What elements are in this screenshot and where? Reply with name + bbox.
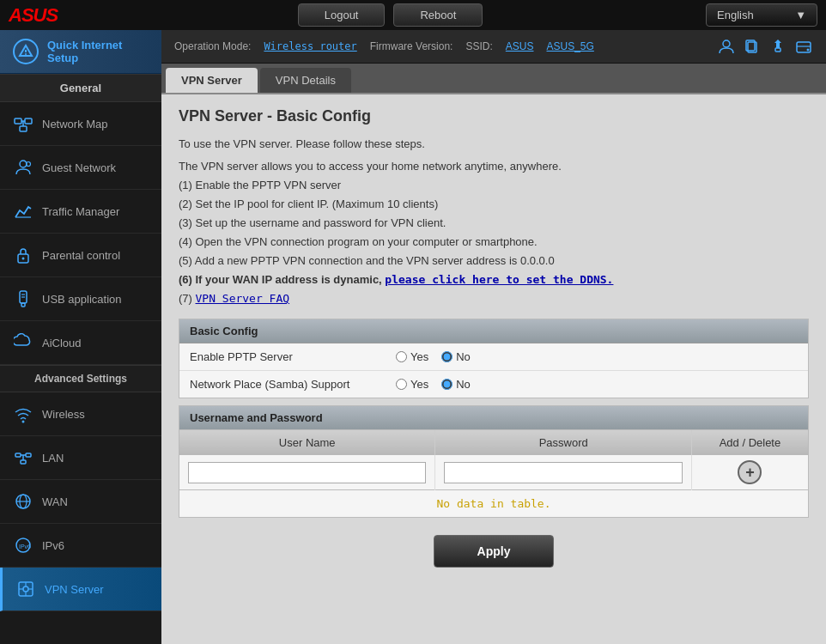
apply-section: Apply — [179, 535, 809, 580]
sidebar-item-label: Wireless — [42, 408, 85, 421]
sidebar-item-aicloud[interactable]: AiCloud — [0, 321, 161, 365]
copy-status-icon[interactable] — [743, 37, 762, 56]
chevron-down-icon: ▼ — [795, 9, 806, 21]
network-place-no-radio[interactable] — [441, 379, 452, 390]
ssid2-link[interactable]: ASUS_5G — [547, 40, 594, 52]
enable-pptp-radio-group: Yes No — [396, 350, 471, 363]
sidebar-item-lan[interactable]: LAN — [0, 436, 161, 480]
network-place-yes-option[interactable]: Yes — [396, 378, 428, 391]
quick-setup-icon — [13, 39, 39, 64]
general-section-label: General — [0, 74, 161, 102]
enable-pptp-yes-radio[interactable] — [396, 351, 407, 362]
top-nav-buttons: Logout Reboot — [75, 3, 706, 27]
operation-mode-label: Operation Mode: — [174, 40, 251, 52]
usb-application-icon — [13, 289, 33, 309]
sidebar-item-wireless[interactable]: Wireless — [0, 392, 161, 436]
step-7: (7) VPN Server FAQ — [179, 289, 809, 308]
svg-rect-3 — [15, 118, 21, 124]
col-password: Password — [435, 430, 691, 455]
username-password-section: Username and Password User Name Password… — [179, 405, 809, 518]
disk-status-icon[interactable] — [794, 37, 813, 56]
sidebar-item-usb-application[interactable]: USB application — [0, 277, 161, 321]
svg-rect-4 — [25, 118, 32, 124]
action-cell: + — [691, 455, 808, 490]
firmware-label: Firmware Version: — [370, 40, 453, 52]
password-cell — [435, 455, 691, 490]
step-2: (2) Set the IP pool for client IP. (Maxi… — [179, 195, 809, 214]
network-place-no-option[interactable]: No — [441, 378, 471, 391]
svg-rect-37 — [775, 48, 780, 52]
enable-pptp-yes-option[interactable]: Yes — [396, 350, 428, 363]
sidebar-item-ipv6[interactable]: IPv6 IPv6 — [0, 524, 161, 568]
add-user-button[interactable]: + — [738, 460, 762, 484]
ssid1-link[interactable]: ASUS — [506, 40, 534, 52]
sidebar-item-label: USB application — [42, 293, 122, 306]
username-input[interactable] — [188, 462, 426, 483]
password-input[interactable] — [444, 462, 682, 483]
username-cell — [179, 455, 435, 490]
sidebar: Quick Internet Setup General Network Map — [0, 30, 161, 644]
user-table: User Name Password Add / Delete — [179, 430, 809, 490]
operation-mode-value[interactable]: Wireless router — [264, 40, 356, 52]
enable-pptp-label: Enable PPTP Server — [190, 350, 396, 363]
step-3: (3) Set up the username and password for… — [179, 214, 809, 233]
svg-text:IPv6: IPv6 — [19, 544, 31, 550]
lan-icon — [13, 447, 33, 468]
ipv6-icon: IPv6 — [13, 535, 33, 556]
enable-pptp-no-label: No — [456, 350, 471, 363]
sidebar-item-guest-network[interactable]: Guest Network — [0, 146, 161, 190]
enable-pptp-no-option[interactable]: No — [441, 350, 471, 363]
step-description: The VPN server allows you to access your… — [179, 157, 809, 176]
sidebar-item-label: VPN Server — [45, 583, 104, 596]
reboot-button[interactable]: Reboot — [393, 3, 483, 27]
sidebar-item-parental-control[interactable]: Parental control — [0, 234, 161, 277]
logout-button[interactable]: Logout — [298, 3, 386, 27]
vpn-server-icon — [15, 579, 36, 599]
language-label: English — [717, 9, 754, 21]
tab-vpn-server[interactable]: VPN Server — [166, 68, 258, 93]
quick-setup-button[interactable]: Quick Internet Setup — [0, 30, 161, 74]
main-layout: Quick Internet Setup General Network Map — [0, 30, 826, 644]
quick-setup-label: Quick Internet Setup — [47, 39, 122, 64]
tab-vpn-details[interactable]: VPN Details — [260, 68, 351, 93]
network-place-no-label: No — [456, 378, 471, 391]
sidebar-item-vpn-server[interactable]: VPN Server — [0, 568, 161, 611]
traffic-manager-icon — [13, 201, 33, 222]
step-6: (6) If your WAN IP address is dynamic, p… — [179, 270, 809, 289]
aicloud-icon — [13, 332, 33, 353]
sidebar-item-label: Parental control — [42, 249, 120, 262]
svg-point-17 — [22, 421, 25, 423]
network-place-row: Network Place (Samba) Support Yes No — [179, 371, 808, 398]
ddns-link[interactable]: please click here to set the DDNS. — [385, 273, 613, 286]
no-data-message: No data in table. — [179, 490, 809, 518]
user-status-icon[interactable] — [717, 37, 736, 56]
svg-point-12 — [22, 258, 25, 260]
asus-logo: ASUS — [9, 4, 58, 27]
apply-button[interactable]: Apply — [434, 535, 555, 568]
svg-point-34 — [723, 40, 730, 47]
enable-pptp-no-radio[interactable] — [441, 351, 452, 362]
language-selector[interactable]: English ▼ — [706, 3, 817, 27]
sidebar-item-label: Network Map — [42, 118, 108, 131]
usb-status-icon[interactable] — [768, 37, 787, 56]
svg-rect-14 — [21, 303, 25, 307]
top-bar: ASUS Logout Reboot English ▼ — [0, 0, 826, 30]
sidebar-item-wan[interactable]: WAN — [0, 480, 161, 524]
sidebar-item-traffic-manager[interactable]: Traffic Manager — [0, 190, 161, 234]
up-section-header: Username and Password — [179, 405, 809, 430]
svg-rect-19 — [26, 453, 31, 457]
sidebar-item-label: LAN — [42, 452, 64, 465]
wireless-icon — [13, 404, 33, 424]
sidebar-item-network-map[interactable]: Network Map — [0, 102, 161, 146]
enable-pptp-row: Enable PPTP Server Yes No — [179, 343, 808, 371]
network-place-yes-radio[interactable] — [396, 379, 407, 390]
faq-link[interactable]: VPN Server FAQ — [196, 292, 290, 305]
enable-pptp-yes-label: Yes — [410, 350, 428, 363]
network-place-yes-label: Yes — [410, 378, 428, 391]
page-description: To use the VPN server. Please follow the… — [179, 136, 809, 153]
table-input-row: + — [179, 455, 809, 490]
svg-point-8 — [20, 161, 27, 167]
sidebar-item-label: AiCloud — [42, 337, 82, 349]
network-place-label: Network Place (Samba) Support — [190, 378, 396, 391]
wan-icon — [13, 491, 33, 512]
